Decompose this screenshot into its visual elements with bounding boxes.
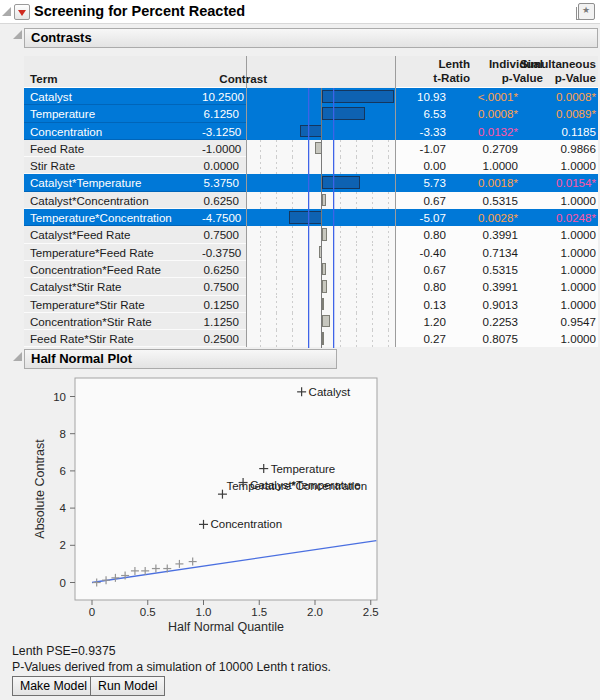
grid-line	[292, 192, 293, 209]
contrast-cell: -3.1250	[202, 123, 246, 140]
half-normal-plot-section-header[interactable]: Half Normal Plot	[24, 349, 337, 369]
contrast-bar	[322, 315, 330, 328]
table-row[interactable]: Concentration*Feed Rate 0.6250 0.67 0.53…	[24, 261, 598, 278]
t-ratio-cell: 0.67	[396, 192, 449, 209]
make-model-button[interactable]: Make Model	[12, 676, 95, 696]
grid-line	[276, 192, 277, 209]
contrast-cell: -0.3750	[202, 244, 246, 261]
contrast-bar-cell	[246, 261, 396, 278]
grid-line	[308, 244, 309, 261]
individual-p-value-cell: 0.2709	[449, 140, 522, 157]
individual-p-value-cell: 0.0132*	[449, 123, 522, 140]
grid-line	[340, 313, 341, 330]
term-cell: Feed Rate	[24, 140, 202, 157]
simultaneous-p-value-cell: 1.0000	[522, 296, 598, 313]
term-cell: Catalyst*Feed Rate	[24, 226, 202, 243]
contrast-bar-cell	[246, 157, 396, 174]
table-row[interactable]: Catalyst*Feed Rate 0.7500 0.80 0.3991 1.…	[24, 226, 598, 243]
term-cell: Concentration	[24, 123, 202, 140]
grid-line	[260, 157, 261, 174]
table-row[interactable]: Stir Rate 0.0000 0.00 1.0000 1.0000	[24, 157, 598, 174]
grid-line	[356, 140, 357, 157]
labeled-effect-point: Catalyst*Temperature	[239, 478, 361, 491]
table-row[interactable]: Catalyst*Stir Rate 0.7500 0.80 0.3991 1.…	[24, 278, 598, 295]
report-expander-icon[interactable]	[2, 7, 11, 16]
grid-line	[372, 296, 373, 313]
y-tick-label: 0	[60, 577, 66, 589]
table-row[interactable]: Concentration -3.1250 -3.33 0.0132* 0.11…	[24, 123, 598, 140]
simultaneous-p-value-cell: 0.0154*	[522, 174, 598, 191]
grid-line	[308, 330, 309, 347]
contrast-bar	[319, 246, 322, 259]
run-model-button[interactable]: Run Model	[90, 676, 165, 696]
term-cell: Concentration*Feed Rate	[24, 261, 202, 278]
table-row[interactable]: Catalyst*Temperature 5.3750 5.73 0.0018*…	[24, 174, 598, 191]
x-axis-title: Half Normal Quantile	[168, 620, 284, 634]
contrast-cell: 0.7500	[202, 226, 246, 243]
term-cell: Catalyst	[24, 88, 202, 105]
contrast-bar	[289, 211, 322, 224]
grid-line	[340, 244, 341, 261]
contrasts-section-header[interactable]: Contrasts	[24, 28, 598, 48]
grid-line	[372, 192, 373, 209]
table-row[interactable]: Catalyst 10.2500 10.93 <.0001* 0.0008*	[24, 88, 598, 105]
contrast-bar-cell	[246, 174, 396, 191]
individual-p-value-cell: 1.0000	[449, 157, 522, 174]
half-normal-plot-expander-icon[interactable]	[13, 352, 22, 361]
individual-p-value-cell: 0.0018*	[449, 174, 522, 191]
contrast-bar-cell	[246, 296, 396, 313]
y-tick-label: 2	[60, 539, 66, 551]
grid-line	[292, 157, 293, 174]
effect-point-label: Concentration	[211, 518, 283, 530]
contrast-bar-cell	[246, 123, 396, 140]
table-row[interactable]: Concentration*Stir Rate 1.1250 1.20 0.22…	[24, 313, 598, 330]
term-cell: Concentration*Stir Rate	[24, 313, 202, 330]
contrast-cell: 5.3750	[202, 174, 246, 191]
contrasts-table-body: Catalyst 10.2500 10.93 <.0001* 0.0008* T…	[24, 88, 598, 347]
contrast-bar	[322, 298, 324, 311]
y-tick-label: 10	[53, 391, 66, 403]
grid-line	[260, 226, 261, 243]
x-tick-label: 2.5	[363, 606, 379, 618]
contrasts-expander-icon[interactable]	[13, 30, 22, 39]
table-row[interactable]: Catalyst*Concentration 0.6250 0.67 0.531…	[24, 192, 598, 209]
column-header-term: Term	[30, 72, 58, 85]
column-header-contrast: Contrast	[219, 72, 267, 85]
individual-p-value-cell: 0.5315	[449, 261, 522, 278]
grid-line	[372, 226, 373, 243]
grid-line	[388, 278, 389, 295]
grid-line	[260, 140, 261, 157]
individual-p-value-cell: 0.3991	[449, 278, 522, 295]
table-row[interactable]: Feed Rate -1.0000 -1.07 0.2709 0.9866	[24, 140, 598, 157]
contrast-cell: 0.0000	[202, 157, 246, 174]
contrast-bar	[300, 125, 322, 138]
simultaneous-p-value-cell: 1.0000	[522, 192, 598, 209]
grid-line	[372, 140, 373, 157]
y-axis-title: Absolute Contrast	[33, 439, 47, 539]
grid-line	[308, 157, 309, 174]
table-row[interactable]: Temperature*Concentration -4.7500 -5.07 …	[24, 209, 598, 226]
bookmark-window-icon[interactable]	[578, 3, 595, 20]
red-triangle-menu-button[interactable]	[14, 4, 30, 20]
grid-line	[388, 244, 389, 261]
x-tick-label: 1.5	[251, 606, 267, 618]
table-row[interactable]: Temperature*Stir Rate 0.1250 0.13 0.9013…	[24, 296, 598, 313]
contrast-bar-cell	[246, 244, 396, 261]
term-cell: Stir Rate	[24, 157, 202, 174]
contrast-bar	[322, 176, 360, 189]
grid-line	[372, 330, 373, 347]
grid-line	[340, 296, 341, 313]
grid-line	[340, 261, 341, 278]
grid-line	[276, 313, 277, 330]
table-row[interactable]: Temperature*Feed Rate -0.3750 -0.40 0.71…	[24, 244, 598, 261]
grid-line	[292, 244, 293, 261]
grid-line	[356, 278, 357, 295]
table-row[interactable]: Feed Rate*Stir Rate 0.2500 0.27 0.8075 1…	[24, 330, 598, 347]
grid-line	[276, 296, 277, 313]
contrast-bar-cell	[246, 192, 396, 209]
grid-line	[356, 261, 357, 278]
term-cell: Feed Rate*Stir Rate	[24, 330, 202, 347]
grid-line	[260, 192, 261, 209]
contrast-cell: -4.7500	[202, 209, 246, 226]
table-row[interactable]: Temperature 6.1250 6.53 0.0008* 0.0089*	[24, 105, 598, 122]
